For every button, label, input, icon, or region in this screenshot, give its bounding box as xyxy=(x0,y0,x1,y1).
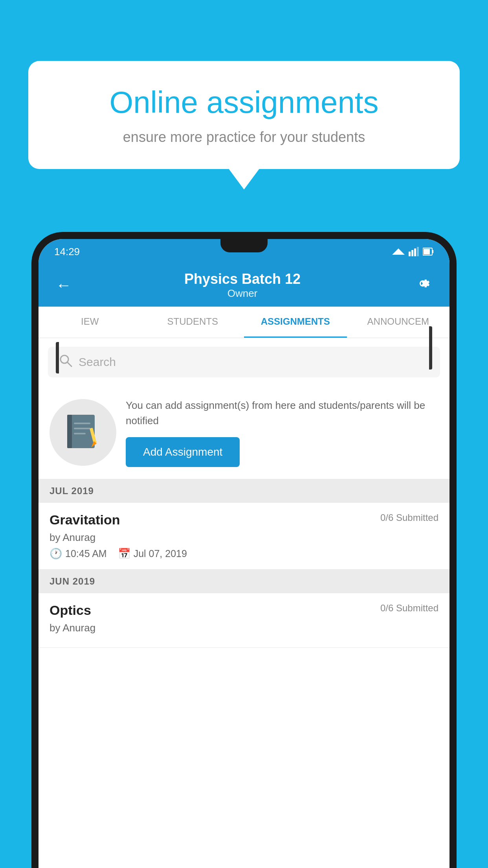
svg-marker-0 xyxy=(392,248,405,255)
svg-rect-1 xyxy=(409,252,411,256)
add-assignment-button[interactable]: Add Assignment xyxy=(126,437,240,467)
promo-text: You can add assignment(s) from here and … xyxy=(126,398,438,467)
assignment-meta: 🕐 10:45 AM 📅 Jul 07, 2019 xyxy=(50,548,438,560)
calendar-icon: 📅 xyxy=(118,548,130,560)
assignment-submitted-optics: 0/6 Submitted xyxy=(380,603,438,614)
assignment-top: Gravitation 0/6 Submitted xyxy=(50,512,438,528)
speech-bubble: Online assignments ensure more practice … xyxy=(28,61,460,169)
speech-bubble-title: Online assignments xyxy=(56,85,432,120)
assignment-item-gravitation[interactable]: Gravitation 0/6 Submitted by Anurag 🕐 10… xyxy=(39,503,449,570)
svg-rect-3 xyxy=(414,248,416,256)
section-header-jul: JUL 2019 xyxy=(39,479,449,503)
volume-button xyxy=(56,342,59,373)
speech-bubble-container: Online assignments ensure more practice … xyxy=(28,61,460,169)
back-button[interactable]: ← xyxy=(53,273,75,297)
svg-rect-14 xyxy=(74,433,86,434)
signal-icon xyxy=(409,247,419,256)
notebook-icon xyxy=(65,413,101,452)
tab-students[interactable]: STUDENTS xyxy=(141,307,244,338)
meta-date: 📅 Jul 07, 2019 xyxy=(118,548,187,560)
phone-frame: 14:29 xyxy=(31,232,457,868)
search-placeholder: Search xyxy=(79,355,116,369)
wifi-icon xyxy=(392,247,405,256)
section-header-jun: JUN 2019 xyxy=(39,570,449,593)
phone-screen: 14:29 xyxy=(39,239,449,868)
tab-announcements[interactable]: ANNOUNCEM xyxy=(347,307,450,338)
svg-rect-2 xyxy=(411,250,413,256)
assignment-top-optics: Optics 0/6 Submitted xyxy=(50,603,438,618)
search-bar[interactable]: Search xyxy=(48,347,440,377)
settings-button[interactable] xyxy=(410,271,435,300)
clock-icon: 🕐 xyxy=(50,548,62,560)
assignment-by: by Anurag xyxy=(50,531,438,544)
gear-icon xyxy=(413,274,432,293)
content-area: Search xyxy=(39,338,449,868)
svg-rect-13 xyxy=(74,428,90,429)
assignment-by-optics: by Anurag xyxy=(50,622,438,634)
svg-rect-11 xyxy=(67,415,72,448)
svg-rect-12 xyxy=(74,423,90,424)
assignment-title: Gravitation xyxy=(50,512,120,528)
assignment-item-optics[interactable]: Optics 0/6 Submitted by Anurag xyxy=(39,593,449,648)
tab-assignments[interactable]: ASSIGNMENTS xyxy=(244,307,347,338)
app-bar: ← Physics Batch 12 Owner xyxy=(39,263,449,307)
svg-rect-4 xyxy=(417,247,419,256)
assignment-date: Jul 07, 2019 xyxy=(134,548,187,559)
promo-icon-circle xyxy=(50,399,116,466)
search-icon xyxy=(59,354,72,370)
tabs-bar: IEW STUDENTS ASSIGNMENTS ANNOUNCEM xyxy=(39,307,449,338)
app-bar-subtitle: Owner xyxy=(184,287,301,300)
promo-section: You can add assignment(s) from here and … xyxy=(39,386,449,479)
battery-icon xyxy=(423,247,434,256)
status-time: 14:29 xyxy=(54,246,80,258)
app-bar-title: Physics Batch 12 xyxy=(184,271,301,287)
assignment-submitted: 0/6 Submitted xyxy=(380,512,438,523)
svg-line-9 xyxy=(67,362,72,366)
tab-iew[interactable]: IEW xyxy=(39,307,141,338)
promo-description: You can add assignment(s) from here and … xyxy=(126,398,438,428)
app-bar-center: Physics Batch 12 Owner xyxy=(184,271,301,300)
assignment-time: 10:45 AM xyxy=(65,548,107,559)
status-icons xyxy=(392,247,434,256)
assignment-title-optics: Optics xyxy=(50,603,91,618)
svg-rect-7 xyxy=(424,249,430,254)
phone-notch xyxy=(220,239,268,252)
meta-time: 🕐 10:45 AM xyxy=(50,548,107,560)
svg-rect-6 xyxy=(432,250,433,253)
power-button xyxy=(429,326,432,370)
speech-bubble-subtitle: ensure more practice for your students xyxy=(56,129,432,145)
